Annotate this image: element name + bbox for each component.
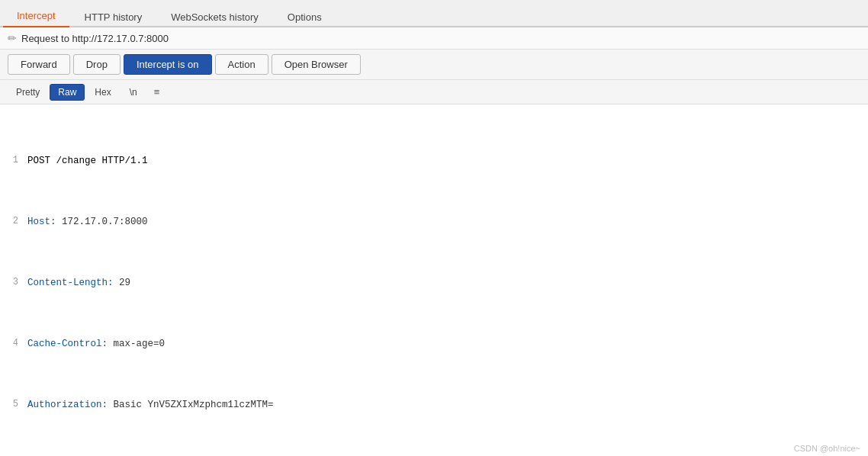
request-header-bar: ✏ Request to http://172.17.0.7:8000: [0, 27, 868, 50]
raw-button[interactable]: Raw: [50, 84, 85, 101]
intercept-toggle-button[interactable]: Intercept is on: [124, 54, 212, 75]
pretty-button[interactable]: Pretty: [8, 84, 48, 101]
format-bar: Pretty Raw Hex \n ≡: [0, 80, 868, 104]
line-num-5: 5: [0, 397, 24, 413]
code-line-3: 3 Content-Length: 29: [0, 275, 868, 291]
code-line-5: 5 Authorization: Basic YnV5ZXIxMzphcm1lc…: [0, 397, 868, 413]
code-line-1: 1 POST /change HTTP/1.1: [0, 153, 868, 169]
line-content-5: Authorization: Basic YnV5ZXIxMzphcm1lczM…: [24, 397, 868, 413]
hex-button[interactable]: Hex: [86, 84, 119, 101]
menu-button[interactable]: ≡: [147, 83, 167, 101]
line-content-3: Content-Length: 29: [24, 275, 868, 291]
app-container: Intercept HTTP history WebSockets histor…: [0, 0, 868, 456]
action-bar: Forward Drop Intercept is on Action Open…: [0, 50, 868, 80]
line-num-2: 2: [0, 214, 24, 230]
action-button[interactable]: Action: [215, 54, 268, 75]
tab-options[interactable]: Options: [274, 7, 336, 27]
request-body[interactable]: 1 POST /change HTTP/1.1 2 Host: 172.17.0…: [0, 104, 868, 456]
watermark: CSDN @oh!nice~: [794, 444, 860, 453]
forward-button[interactable]: Forward: [8, 54, 70, 75]
line-content-4: Cache-Control: max-age=0: [24, 336, 868, 352]
tab-websockets-history[interactable]: WebSockets history: [157, 7, 272, 27]
drop-button[interactable]: Drop: [73, 54, 121, 75]
request-url: Request to http://172.17.0.7:8000: [21, 33, 169, 44]
code-line-2: 2 Host: 172.17.0.7:8000: [0, 214, 868, 230]
line-content-1: POST /change HTTP/1.1: [24, 153, 868, 169]
line-num-3: 3: [0, 275, 24, 291]
tab-http-history[interactable]: HTTP history: [71, 7, 156, 27]
newline-button[interactable]: \n: [121, 84, 146, 101]
tab-bar: Intercept HTTP history WebSockets histor…: [0, 0, 868, 27]
code-line-4: 4 Cache-Control: max-age=0: [0, 336, 868, 352]
line-content-2: Host: 172.17.0.7:8000: [24, 214, 868, 230]
open-browser-button[interactable]: Open Browser: [272, 54, 361, 75]
line-num-1: 1: [0, 153, 24, 169]
line-num-4: 4: [0, 336, 24, 352]
tab-intercept[interactable]: Intercept: [3, 5, 69, 27]
edit-icon: ✏: [8, 32, 17, 44]
code-area: 1 POST /change HTTP/1.1 2 Host: 172.17.0…: [0, 104, 868, 456]
